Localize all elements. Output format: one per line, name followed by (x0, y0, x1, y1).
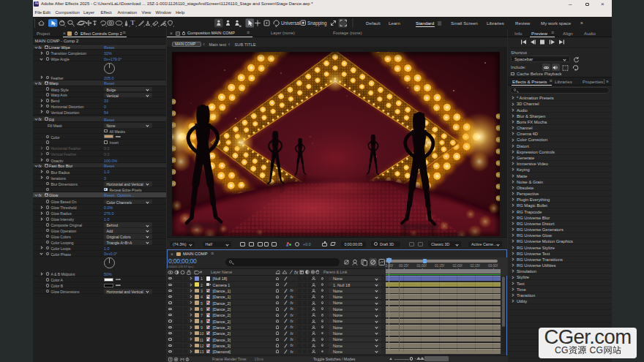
svg-text:Snapping: Snapping (307, 20, 327, 26)
svg-text:Default: Default (366, 20, 381, 26)
svg-text:CG: CG (589, 346, 603, 355)
svg-text:fx: fx (294, 270, 299, 275)
svg-text:Review: Review (515, 20, 531, 26)
svg-text:Standard: Standard (416, 20, 435, 26)
svg-text:My work space: My work space (541, 20, 572, 26)
svg-text:Small Screen: Small Screen (451, 20, 478, 26)
svg-text:Libraries: Libraries (487, 20, 504, 26)
svg-text:Universal: Universal (281, 20, 300, 26)
svg-text:T: T (130, 20, 135, 26)
svg-text:CG: CG (555, 346, 569, 355)
svg-text:Learn: Learn (389, 20, 400, 26)
svg-text:»: » (580, 20, 583, 26)
